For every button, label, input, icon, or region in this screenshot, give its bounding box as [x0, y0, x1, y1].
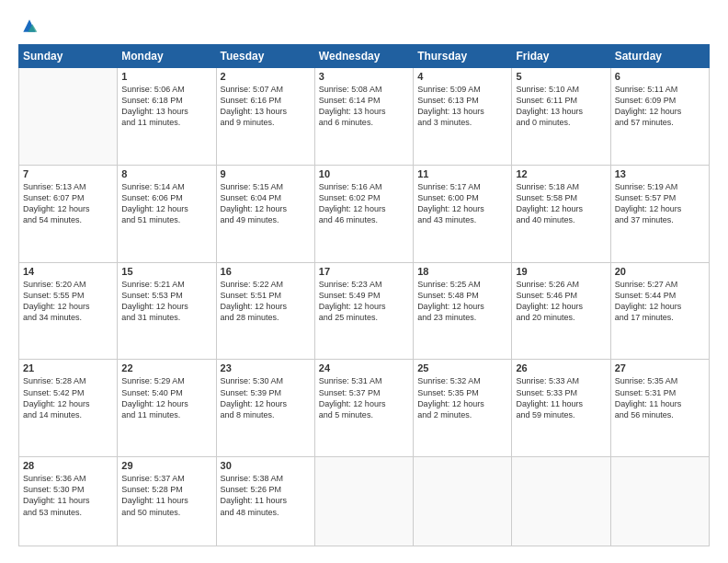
weekday-header-sunday: Sunday: [19, 45, 118, 68]
calendar-cell: 14Sunrise: 5:20 AM Sunset: 5:55 PM Dayli…: [19, 262, 118, 360]
calendar-table: SundayMondayTuesdayWednesdayThursdayFrid…: [18, 44, 710, 546]
calendar-cell: 22Sunrise: 5:29 AM Sunset: 5:40 PM Dayli…: [118, 360, 216, 457]
day-number: 20: [615, 266, 705, 277]
weekday-header-friday: Friday: [512, 45, 610, 68]
calendar-cell: 17Sunrise: 5:23 AM Sunset: 5:49 PM Dayli…: [314, 262, 413, 360]
calendar-cell: 10Sunrise: 5:16 AM Sunset: 6:02 PM Dayli…: [314, 165, 413, 262]
day-number: 27: [615, 362, 705, 373]
week-row-5: 28Sunrise: 5:36 AM Sunset: 5:30 PM Dayli…: [19, 457, 710, 546]
calendar-cell: 2Sunrise: 5:07 AM Sunset: 6:16 PM Daylig…: [216, 68, 314, 166]
day-number: 28: [23, 460, 113, 471]
day-info: Sunrise: 5:25 AM Sunset: 5:48 PM Dayligh…: [417, 279, 507, 324]
day-number: 16: [221, 266, 311, 277]
calendar-cell: 12Sunrise: 5:18 AM Sunset: 5:58 PM Dayli…: [512, 165, 610, 262]
day-number: 13: [615, 168, 705, 179]
calendar-cell: [512, 457, 610, 546]
day-info: Sunrise: 5:29 AM Sunset: 5:40 PM Dayligh…: [121, 375, 211, 420]
calendar-cell: 16Sunrise: 5:22 AM Sunset: 5:51 PM Dayli…: [216, 262, 314, 360]
day-info: Sunrise: 5:32 AM Sunset: 5:35 PM Dayligh…: [417, 375, 507, 420]
day-info: Sunrise: 5:11 AM Sunset: 6:09 PM Dayligh…: [615, 84, 705, 129]
calendar-cell: 8Sunrise: 5:14 AM Sunset: 6:06 PM Daylig…: [118, 165, 216, 262]
day-number: 24: [319, 362, 409, 373]
day-info: Sunrise: 5:07 AM Sunset: 6:16 PM Dayligh…: [221, 84, 311, 129]
day-info: Sunrise: 5:13 AM Sunset: 6:07 PM Dayligh…: [23, 181, 113, 226]
calendar-cell: 23Sunrise: 5:30 AM Sunset: 5:39 PM Dayli…: [216, 360, 314, 457]
calendar-cell: [314, 457, 413, 546]
day-info: Sunrise: 5:15 AM Sunset: 6:04 PM Dayligh…: [221, 181, 311, 226]
day-info: Sunrise: 5:36 AM Sunset: 5:30 PM Dayligh…: [23, 473, 113, 518]
day-info: Sunrise: 5:27 AM Sunset: 5:44 PM Dayligh…: [615, 279, 705, 324]
day-info: Sunrise: 5:22 AM Sunset: 5:51 PM Dayligh…: [221, 279, 311, 324]
calendar-cell: 6Sunrise: 5:11 AM Sunset: 6:09 PM Daylig…: [610, 68, 709, 166]
day-number: 26: [516, 362, 606, 373]
day-info: Sunrise: 5:06 AM Sunset: 6:18 PM Dayligh…: [121, 84, 211, 129]
day-number: 1: [121, 71, 211, 82]
day-number: 8: [121, 168, 211, 179]
day-info: Sunrise: 5:28 AM Sunset: 5:42 PM Dayligh…: [23, 375, 113, 420]
day-info: Sunrise: 5:30 AM Sunset: 5:39 PM Dayligh…: [221, 375, 311, 420]
calendar-cell: 24Sunrise: 5:31 AM Sunset: 5:37 PM Dayli…: [314, 360, 413, 457]
day-info: Sunrise: 5:26 AM Sunset: 5:46 PM Dayligh…: [516, 279, 606, 324]
day-info: Sunrise: 5:14 AM Sunset: 6:06 PM Dayligh…: [121, 181, 211, 226]
weekday-header-thursday: Thursday: [414, 45, 512, 68]
day-info: Sunrise: 5:21 AM Sunset: 5:53 PM Dayligh…: [121, 279, 211, 324]
weekday-header-monday: Monday: [118, 45, 216, 68]
week-row-3: 14Sunrise: 5:20 AM Sunset: 5:55 PM Dayli…: [19, 262, 710, 360]
calendar-cell: 25Sunrise: 5:32 AM Sunset: 5:35 PM Dayli…: [414, 360, 512, 457]
day-number: 14: [23, 266, 113, 277]
calendar-cell: 19Sunrise: 5:26 AM Sunset: 5:46 PM Dayli…: [512, 262, 610, 360]
calendar-cell: 5Sunrise: 5:10 AM Sunset: 6:11 PM Daylig…: [512, 68, 610, 166]
day-info: Sunrise: 5:31 AM Sunset: 5:37 PM Dayligh…: [319, 375, 409, 420]
weekday-header-wednesday: Wednesday: [314, 45, 413, 68]
logo-icon: [20, 17, 39, 35]
header: [18, 17, 710, 35]
calendar-cell: [414, 457, 512, 546]
calendar-cell: 21Sunrise: 5:28 AM Sunset: 5:42 PM Dayli…: [19, 360, 118, 457]
calendar-cell: 28Sunrise: 5:36 AM Sunset: 5:30 PM Dayli…: [19, 457, 118, 546]
day-number: 30: [221, 460, 311, 471]
day-number: 25: [417, 362, 507, 373]
week-row-4: 21Sunrise: 5:28 AM Sunset: 5:42 PM Dayli…: [19, 360, 710, 457]
day-number: 21: [23, 362, 113, 373]
day-info: Sunrise: 5:09 AM Sunset: 6:13 PM Dayligh…: [417, 84, 507, 129]
weekday-header-saturday: Saturday: [610, 45, 709, 68]
calendar-cell: 11Sunrise: 5:17 AM Sunset: 6:00 PM Dayli…: [414, 165, 512, 262]
day-info: Sunrise: 5:18 AM Sunset: 5:58 PM Dayligh…: [516, 181, 606, 226]
day-number: 23: [221, 362, 311, 373]
day-number: 2: [221, 71, 311, 82]
day-info: Sunrise: 5:23 AM Sunset: 5:49 PM Dayligh…: [319, 279, 409, 324]
day-number: 5: [516, 71, 606, 82]
day-number: 4: [417, 71, 507, 82]
calendar-cell: 15Sunrise: 5:21 AM Sunset: 5:53 PM Dayli…: [118, 262, 216, 360]
day-number: 15: [121, 266, 211, 277]
calendar-cell: [610, 457, 709, 546]
day-info: Sunrise: 5:35 AM Sunset: 5:31 PM Dayligh…: [615, 375, 705, 420]
day-number: 3: [319, 71, 409, 82]
weekday-header-row: SundayMondayTuesdayWednesdayThursdayFrid…: [19, 45, 710, 68]
day-number: 19: [516, 266, 606, 277]
day-info: Sunrise: 5:38 AM Sunset: 5:26 PM Dayligh…: [221, 473, 311, 518]
week-row-1: 1Sunrise: 5:06 AM Sunset: 6:18 PM Daylig…: [19, 68, 710, 166]
day-info: Sunrise: 5:10 AM Sunset: 6:11 PM Dayligh…: [516, 84, 606, 129]
calendar-cell: 9Sunrise: 5:15 AM Sunset: 6:04 PM Daylig…: [216, 165, 314, 262]
calendar-cell: 4Sunrise: 5:09 AM Sunset: 6:13 PM Daylig…: [414, 68, 512, 166]
calendar-cell: 26Sunrise: 5:33 AM Sunset: 5:33 PM Dayli…: [512, 360, 610, 457]
weekday-header-tuesday: Tuesday: [216, 45, 314, 68]
calendar-cell: [19, 68, 118, 166]
calendar-cell: 1Sunrise: 5:06 AM Sunset: 6:18 PM Daylig…: [118, 68, 216, 166]
day-info: Sunrise: 5:19 AM Sunset: 5:57 PM Dayligh…: [615, 181, 705, 226]
day-info: Sunrise: 5:33 AM Sunset: 5:33 PM Dayligh…: [516, 375, 606, 420]
calendar-cell: 29Sunrise: 5:37 AM Sunset: 5:28 PM Dayli…: [118, 457, 216, 546]
day-number: 12: [516, 168, 606, 179]
day-number: 29: [121, 460, 211, 471]
day-info: Sunrise: 5:17 AM Sunset: 6:00 PM Dayligh…: [417, 181, 507, 226]
calendar-cell: 3Sunrise: 5:08 AM Sunset: 6:14 PM Daylig…: [314, 68, 413, 166]
week-row-2: 7Sunrise: 5:13 AM Sunset: 6:07 PM Daylig…: [19, 165, 710, 262]
calendar-cell: 7Sunrise: 5:13 AM Sunset: 6:07 PM Daylig…: [19, 165, 118, 262]
calendar-cell: 30Sunrise: 5:38 AM Sunset: 5:26 PM Dayli…: [216, 457, 314, 546]
calendar-cell: 20Sunrise: 5:27 AM Sunset: 5:44 PM Dayli…: [610, 262, 709, 360]
calendar-cell: 18Sunrise: 5:25 AM Sunset: 5:48 PM Dayli…: [414, 262, 512, 360]
day-info: Sunrise: 5:20 AM Sunset: 5:55 PM Dayligh…: [23, 279, 113, 324]
day-info: Sunrise: 5:16 AM Sunset: 6:02 PM Dayligh…: [319, 181, 409, 226]
day-info: Sunrise: 5:37 AM Sunset: 5:28 PM Dayligh…: [121, 473, 211, 518]
